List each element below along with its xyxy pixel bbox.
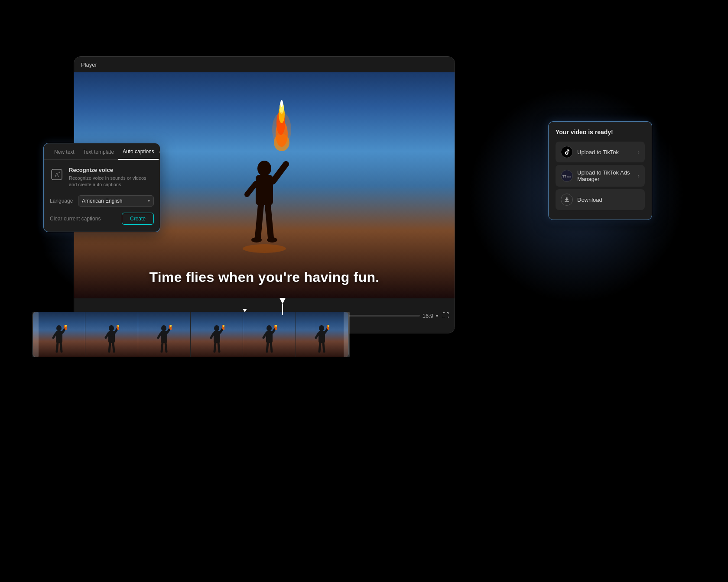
upload-tiktok-ads-option[interactable]: TT ads Upload to TikTok Ads Manager › bbox=[556, 165, 645, 187]
upload-tiktok-option[interactable]: Upload to TikTok › bbox=[556, 142, 645, 162]
film-frame-1 bbox=[33, 312, 85, 357]
film-strip-handle-left[interactable] bbox=[32, 312, 39, 357]
svg-line-53 bbox=[271, 343, 272, 352]
upload-tiktok-ads-label: Upload to TikTok Ads Manager bbox=[577, 169, 637, 182]
svg-point-15 bbox=[243, 244, 286, 253]
svg-point-48 bbox=[266, 325, 272, 331]
recognize-title: Recognize voice bbox=[69, 167, 154, 173]
language-row: Language American English ▾ bbox=[50, 195, 154, 207]
captions-actions: Clear current captions Create bbox=[50, 213, 154, 225]
figure-container bbox=[230, 151, 299, 272]
tab-auto-captions[interactable]: Auto captions bbox=[118, 149, 159, 160]
svg-point-7 bbox=[257, 161, 271, 176]
svg-line-59 bbox=[316, 333, 318, 338]
film-frame-4 bbox=[191, 312, 243, 357]
player-titlebar: Player bbox=[74, 57, 455, 72]
download-icon bbox=[561, 194, 573, 206]
tiktok-icon bbox=[561, 146, 573, 158]
figure-svg bbox=[230, 151, 299, 272]
film-frame-2 bbox=[85, 312, 138, 357]
svg-line-28 bbox=[109, 343, 110, 352]
svg-text:TT: TT bbox=[562, 175, 566, 178]
download-option[interactable]: Download bbox=[556, 189, 645, 210]
svg-point-16 bbox=[56, 325, 62, 331]
svg-line-21 bbox=[61, 343, 62, 352]
svg-line-45 bbox=[218, 343, 219, 352]
svg-line-51 bbox=[263, 333, 266, 338]
tab-new-text[interactable]: New text bbox=[50, 149, 79, 159]
svg-point-56 bbox=[319, 325, 324, 331]
captions-panel: New text Text template Auto captions ≪ A… bbox=[43, 143, 160, 232]
svg-point-14 bbox=[267, 237, 277, 242]
svg-line-9 bbox=[273, 164, 286, 181]
svg-line-37 bbox=[166, 343, 166, 352]
svg-point-40 bbox=[214, 325, 219, 331]
film-strip-handle-right[interactable] bbox=[344, 312, 350, 357]
svg-line-27 bbox=[106, 333, 108, 338]
tiktok-ads-icon: TT ads bbox=[561, 170, 573, 182]
clear-captions-button[interactable]: Clear current captions bbox=[50, 216, 101, 222]
tab-collapse-icon[interactable]: ≪ bbox=[159, 149, 160, 159]
recognize-text: Recognize voice Recognize voice in sound… bbox=[69, 167, 154, 188]
film-frame-5 bbox=[243, 312, 296, 357]
svg-point-5 bbox=[280, 100, 283, 107]
recognize-voice-icon: A + bbox=[50, 168, 64, 181]
tiktok-chevron-icon: › bbox=[637, 149, 640, 155]
flame-svg bbox=[269, 99, 295, 151]
recognize-section: A + Recognize voice Recognize voice in s… bbox=[50, 167, 154, 188]
svg-line-29 bbox=[113, 343, 114, 352]
svg-point-32 bbox=[161, 325, 166, 331]
svg-line-10 bbox=[247, 184, 256, 194]
svg-line-20 bbox=[57, 343, 58, 352]
chevron-down-icon: ▾ bbox=[148, 198, 150, 203]
player-title: Player bbox=[81, 61, 97, 68]
language-label: Language bbox=[50, 198, 74, 204]
aspect-ratio[interactable]: 16:9 bbox=[422, 313, 433, 319]
download-label: Download bbox=[577, 197, 640, 203]
svg-rect-8 bbox=[256, 175, 273, 205]
svg-line-61 bbox=[323, 343, 324, 352]
language-select[interactable]: American English ▾ bbox=[78, 195, 154, 207]
tiktok-ads-chevron-icon: › bbox=[637, 172, 640, 179]
playhead[interactable] bbox=[280, 298, 286, 315]
create-button[interactable]: Create bbox=[122, 213, 154, 225]
svg-line-36 bbox=[162, 343, 162, 352]
export-panel: Your video is ready! Upload to TikTok › … bbox=[548, 121, 652, 220]
film-frame-3 bbox=[138, 312, 191, 357]
tab-text-template[interactable]: Text template bbox=[79, 149, 118, 159]
svg-text:ads: ads bbox=[567, 175, 571, 178]
svg-line-35 bbox=[158, 333, 161, 338]
recognize-desc: Recognize voice in sounds or videos and … bbox=[69, 175, 154, 188]
caption-text: Time flies when you're having fun. bbox=[149, 269, 379, 285]
svg-line-60 bbox=[319, 343, 320, 352]
svg-line-19 bbox=[53, 333, 56, 338]
captions-tabs: New text Text template Auto captions ≪ bbox=[44, 143, 160, 160]
export-title: Your video is ready! bbox=[556, 129, 645, 136]
scene: Player bbox=[0, 0, 728, 582]
svg-point-24 bbox=[109, 325, 114, 331]
language-value: American English bbox=[82, 198, 122, 204]
svg-line-43 bbox=[211, 333, 214, 338]
svg-line-52 bbox=[267, 343, 268, 352]
svg-point-13 bbox=[251, 237, 262, 242]
svg-line-12 bbox=[268, 205, 271, 238]
svg-point-6 bbox=[272, 112, 291, 147]
svg-text:+: + bbox=[58, 171, 61, 175]
svg-line-44 bbox=[214, 343, 215, 352]
upload-tiktok-label: Upload to TikTok bbox=[577, 149, 637, 155]
fullscreen-button[interactable]: ⛶ bbox=[442, 312, 449, 320]
captions-body: A + Recognize voice Recognize voice in s… bbox=[44, 160, 160, 232]
film-strip[interactable] bbox=[32, 312, 349, 357]
svg-rect-69 bbox=[565, 201, 569, 202]
svg-line-11 bbox=[258, 205, 261, 238]
film-frame-6 bbox=[296, 312, 348, 357]
